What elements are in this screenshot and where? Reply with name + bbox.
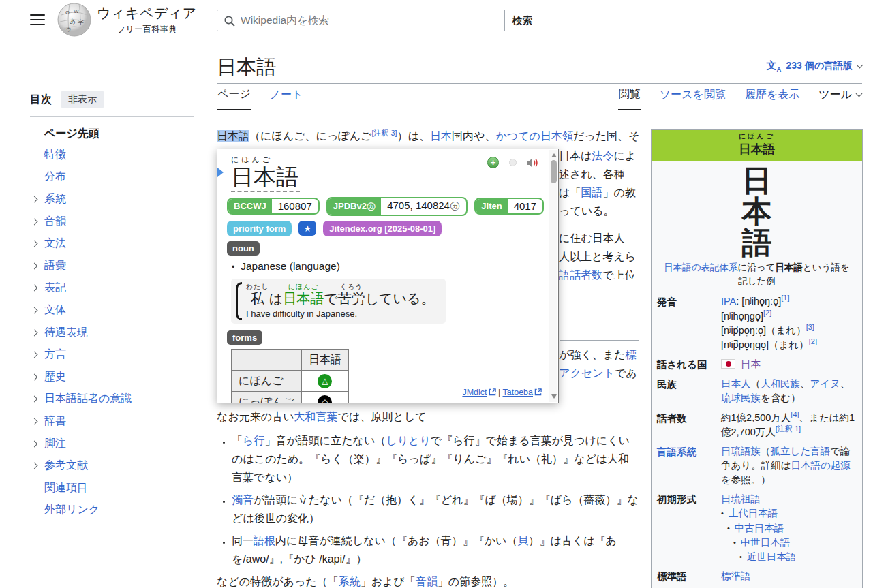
infobox-label-family[interactable]: 言語系統 — [657, 444, 721, 487]
chevron-right-icon[interactable] — [31, 196, 38, 203]
link[interactable]: [注釈 1] — [776, 424, 801, 433]
toc-item-link[interactable]: 参考文献 — [44, 459, 88, 473]
footer-link[interactable]: JMdict — [462, 388, 487, 397]
chevron-right-icon[interactable] — [31, 285, 38, 292]
toc-item-link[interactable]: 系統 — [44, 192, 66, 206]
link[interactable]: 日本語の表記体系 — [664, 262, 737, 273]
chevron-right-icon[interactable] — [31, 329, 38, 336]
table-of-contents: 目次 非表示 ページ先頭 特徴分布系統音韻文法語彙表記文体待遇表現方言歴史日本語… — [30, 91, 194, 521]
toc-item-link[interactable]: 待遇表現 — [44, 326, 88, 340]
link[interactable]: 濁音 — [232, 494, 254, 506]
chevron-right-icon[interactable] — [31, 396, 38, 403]
link[interactable]: [1] — [781, 294, 789, 303]
link[interactable]: 国語 — [581, 187, 602, 198]
footer-link[interactable]: Tatoeba — [503, 388, 533, 397]
toc-item-link[interactable]: 外部リンク — [44, 503, 99, 517]
link[interactable]: 標 — [626, 349, 637, 360]
link[interactable]: IPA — [721, 296, 736, 307]
scroll-up-icon[interactable] — [551, 153, 557, 157]
popup-scrollbar[interactable] — [549, 150, 557, 402]
link[interactable]: 中古日本語 — [735, 521, 784, 536]
link[interactable]: 日本人 — [721, 378, 751, 389]
chevron-right-icon[interactable] — [31, 218, 38, 225]
tab-history[interactable]: 履歴を表示 — [744, 88, 800, 110]
example-sentence: わたし私はにほんご日本語でくろう苦労している。 — [246, 283, 435, 307]
tab-talk[interactable]: ノート — [269, 88, 304, 110]
toc-item-link[interactable]: 関連項目 — [44, 481, 88, 495]
link[interactable]: 日本語の起源 — [791, 460, 851, 471]
link[interactable]: ら行 — [243, 435, 264, 446]
search-input[interactable] — [217, 10, 504, 31]
link[interactable]: 日本 — [741, 358, 761, 369]
link[interactable]: 系統 — [339, 576, 361, 587]
link[interactable]: アイヌ — [810, 378, 841, 389]
chevron-right-icon[interactable] — [31, 440, 38, 447]
toc-item-link[interactable]: 脚注 — [44, 437, 66, 451]
link[interactable]: 標準語 — [721, 570, 751, 581]
tab-read[interactable]: 閲覧 — [618, 87, 641, 110]
add-note-icon[interactable]: + — [487, 157, 499, 168]
search-button[interactable]: 検索 — [504, 10, 540, 31]
toc-item-link[interactable]: 分布 — [44, 170, 66, 184]
link[interactable]: 大和言葉 — [294, 411, 338, 422]
link[interactable]: 琉球民族 — [721, 392, 761, 403]
chevron-right-icon[interactable] — [31, 241, 38, 247]
menu-icon[interactable] — [30, 14, 45, 26]
text-segment: 述され、各種 — [559, 168, 625, 180]
link[interactable]: 語話者数 — [559, 269, 602, 281]
language-selector-button[interactable]: 文A 233 個の言語版 — [767, 59, 862, 79]
chevron-right-icon[interactable] — [31, 262, 38, 269]
toc-item-link[interactable]: 辞書 — [44, 414, 66, 429]
toc-item-link[interactable]: 音韻 — [44, 215, 66, 229]
link[interactable]: 法令 — [592, 150, 613, 161]
chevron-right-icon[interactable] — [31, 463, 38, 469]
link[interactable]: 日琉祖語 — [721, 493, 761, 504]
toc-item-link[interactable]: 語彙 — [44, 259, 66, 273]
link[interactable]: [3] — [806, 323, 814, 331]
audio-icon[interactable] — [527, 157, 539, 168]
scrollbar-thumb[interactable] — [551, 160, 557, 183]
chevron-right-icon[interactable] — [31, 307, 38, 314]
toc-item-link[interactable]: 表記 — [44, 281, 66, 295]
link[interactable]: [4] — [791, 410, 799, 418]
tab-tools[interactable]: ツール — [818, 88, 862, 110]
bullet-item: 濁音が語頭に立たない（『だ（抱）く』『どれ』『ば（場）』『ばら（薔薇）』などは後… — [232, 491, 639, 527]
toc-item-link[interactable]: 特徴 — [44, 148, 66, 162]
toc-hide-button[interactable]: 非表示 — [61, 91, 104, 108]
link[interactable]: かつての日本領 — [495, 130, 573, 142]
chevron-right-icon[interactable] — [31, 373, 38, 380]
link[interactable]: 語根 — [254, 535, 275, 546]
wikipedia-logo[interactable]: Ω W あ 字 ウ ウィキペディア フリー百科事典 — [57, 3, 197, 37]
view-note-icon[interactable] — [509, 159, 517, 166]
link[interactable]: 近世日本語 — [747, 550, 797, 564]
svg-text:Ω: Ω — [65, 10, 70, 16]
toc-item-link[interactable]: 日本語話者の意識 — [44, 392, 132, 406]
chevron-right-icon[interactable] — [31, 418, 38, 424]
toc-item-link[interactable]: 方言 — [44, 347, 66, 362]
toc-item-top[interactable]: ページ先頭 — [30, 127, 194, 141]
link[interactable]: アクセント — [559, 367, 615, 379]
tab-page[interactable]: ページ — [217, 87, 251, 110]
link[interactable]: [注釈 3] — [371, 129, 397, 137]
link[interactable]: [2] — [763, 309, 771, 317]
toc-item-link[interactable]: 文体 — [44, 303, 66, 318]
infobox-label-early-forms: 初期形式 — [657, 492, 721, 564]
link[interactable]: 日琉語族 — [721, 446, 761, 457]
toc-item: 分布 — [30, 166, 194, 189]
scroll-down-icon[interactable] — [551, 394, 557, 399]
link[interactable]: 大和民族 — [761, 378, 800, 389]
toc-item-link[interactable]: 歴史 — [44, 370, 66, 384]
link[interactable]: [2] — [809, 337, 817, 345]
link[interactable]: しりとり — [386, 435, 431, 446]
link[interactable]: 孤立した言語 — [771, 446, 831, 457]
link[interactable]: 日本 — [430, 130, 452, 142]
link[interactable]: 中世日本語 — [741, 536, 791, 550]
tab-view-source[interactable]: ソースを閲覧 — [659, 88, 726, 110]
chevron-right-icon[interactable] — [31, 352, 38, 358]
link[interactable]: 音韻 — [416, 576, 438, 587]
star-icon[interactable]: ★ — [298, 221, 316, 236]
link[interactable]: 上代日本語 — [729, 506, 778, 521]
link[interactable]: 貝 — [517, 535, 528, 546]
text-segment: によ — [613, 150, 636, 161]
toc-item-link[interactable]: 文法 — [44, 236, 66, 251]
